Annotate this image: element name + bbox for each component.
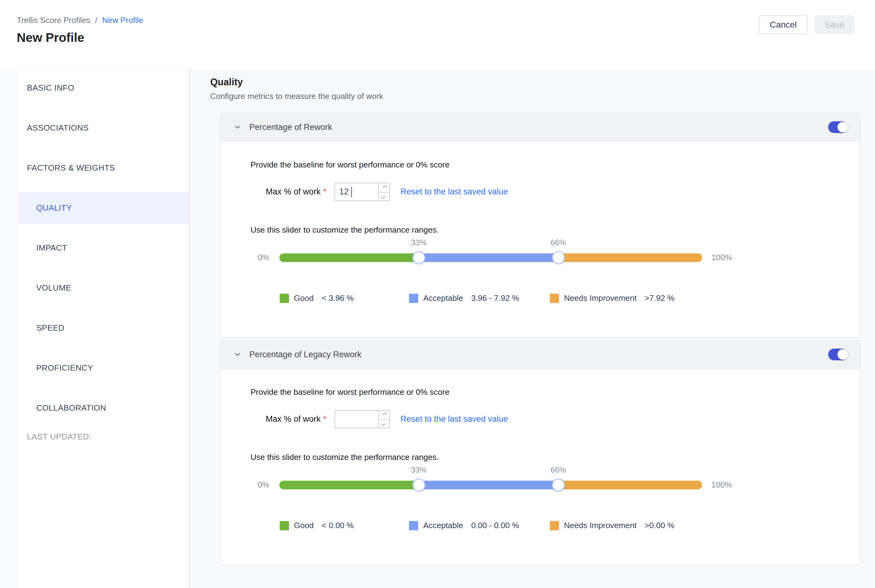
sidebar: BASIC INFO ASSOCIATIONS FACTORS & WEIGHT… bbox=[19, 70, 190, 588]
slider-track[interactable] bbox=[279, 254, 702, 262]
metric-card-title: Percentage of Legacy Rework bbox=[249, 350, 361, 359]
performance-slider[interactable]: 33% 66% bbox=[279, 481, 702, 489]
slider-handle-1-label: 33% bbox=[411, 238, 427, 247]
breadcrumb-separator: / bbox=[95, 15, 97, 25]
required-asterisk: * bbox=[323, 414, 327, 424]
legend-item-needs-improvement: Needs Improvement >0.00 % bbox=[550, 521, 674, 530]
baseline-heading: Provide the baseline for worst performan… bbox=[250, 160, 830, 170]
left-gutter bbox=[0, 70, 19, 588]
stepper-down-button[interactable] bbox=[379, 419, 390, 428]
performance-slider-row: 0% 33% 66% bbox=[258, 253, 732, 262]
legend-swatch-acceptable bbox=[409, 521, 418, 530]
sidebar-item-proficiency[interactable]: PROFICIENCY bbox=[19, 352, 189, 384]
chevron-down-icon bbox=[381, 421, 386, 426]
legend-name: Good bbox=[294, 293, 314, 303]
sidebar-nav: BASIC INFO ASSOCIATIONS FACTORS & WEIGHT… bbox=[19, 72, 189, 424]
metric-enabled-toggle[interactable] bbox=[828, 121, 848, 133]
max-percent-input-group bbox=[334, 410, 390, 428]
performance-legend: Good < 0.00 % Acceptable 0.00 - 0.00 % N… bbox=[280, 521, 830, 530]
page-title: New Profile bbox=[17, 31, 854, 45]
sidebar-item-volume[interactable]: VOLUME bbox=[19, 272, 189, 304]
legend-swatch-acceptable bbox=[409, 294, 418, 303]
max-percent-input[interactable] bbox=[335, 183, 378, 200]
metric-card-header[interactable]: Percentage of Rework bbox=[221, 113, 860, 141]
breadcrumb-root-link[interactable]: Trellis Score Profiles bbox=[17, 15, 90, 25]
toggle-knob bbox=[838, 349, 848, 360]
legend-name: Acceptable bbox=[423, 521, 463, 530]
sidebar-item-collaboration[interactable]: COLLABORATION bbox=[19, 392, 189, 424]
slider-handle-2[interactable]: 66% bbox=[552, 478, 565, 492]
chevron-up-icon bbox=[383, 185, 388, 190]
slider-heading: Use this slider to customize the perform… bbox=[250, 453, 830, 462]
metric-enabled-toggle[interactable] bbox=[828, 349, 848, 360]
legend-value: >0.00 % bbox=[644, 521, 674, 530]
max-percent-label: Max % of work* bbox=[266, 187, 327, 196]
slider-segment-acceptable bbox=[419, 254, 559, 262]
max-percent-label-text: Max % of work bbox=[266, 414, 321, 424]
cancel-button[interactable]: Cancel bbox=[759, 15, 808, 34]
max-percent-input[interactable] bbox=[335, 411, 378, 428]
sidebar-item-speed[interactable]: SPEED bbox=[19, 312, 189, 344]
sidebar-item-associations[interactable]: ASSOCIATIONS bbox=[19, 112, 189, 144]
slider-max-label: 100% bbox=[712, 480, 733, 490]
chevron-down-icon[interactable] bbox=[233, 123, 242, 132]
reset-link[interactable]: Reset to the last saved value bbox=[401, 414, 508, 424]
text-caret bbox=[351, 187, 352, 197]
max-percent-label: Max % of work* bbox=[266, 414, 327, 424]
slider-heading: Use this slider to customize the perform… bbox=[250, 225, 830, 235]
number-stepper bbox=[378, 411, 390, 428]
performance-legend: Good < 3.96 % Acceptable 3.96 - 7.92 % N… bbox=[280, 293, 830, 303]
slider-handle-1[interactable]: 33% bbox=[412, 478, 426, 492]
sidebar-item-quality[interactable]: QUALITY bbox=[19, 192, 189, 224]
toggle-knob bbox=[838, 122, 848, 132]
breadcrumb-current-link[interactable]: New Profile bbox=[102, 15, 143, 25]
chevron-down-icon[interactable] bbox=[233, 350, 242, 359]
legend-item-acceptable: Acceptable 0.00 - 0.00 % bbox=[409, 521, 550, 530]
number-stepper bbox=[378, 183, 390, 200]
legend-value: 3.96 - 7.92 % bbox=[471, 293, 519, 303]
legend-value: >7.92 % bbox=[644, 293, 674, 303]
app-root: Trellis Score Profiles / New Profile New… bbox=[0, 0, 875, 588]
save-button[interactable]: Save bbox=[815, 15, 854, 34]
slider-track[interactable] bbox=[279, 481, 702, 489]
breadcrumb: Trellis Score Profiles / New Profile bbox=[17, 15, 854, 25]
required-asterisk: * bbox=[323, 187, 327, 196]
stepper-up-button[interactable] bbox=[379, 183, 390, 192]
quality-page-title: Quality bbox=[210, 76, 860, 88]
stepper-down-button[interactable] bbox=[379, 192, 390, 201]
slider-handle-2-label: 66% bbox=[551, 238, 566, 247]
slider-segment-needs-improvement bbox=[559, 481, 702, 489]
performance-slider[interactable]: 33% 66% bbox=[279, 254, 702, 262]
main-panel: Quality Configure metrics to measure the… bbox=[190, 70, 875, 588]
legend-name: Good bbox=[294, 521, 314, 530]
baseline-heading: Provide the baseline for worst performan… bbox=[250, 387, 830, 397]
legend-name: Needs Improvement bbox=[564, 521, 637, 530]
max-percent-label-text: Max % of work bbox=[266, 187, 321, 196]
quality-page-subtitle: Configure metrics to measure the quality… bbox=[210, 92, 860, 101]
slider-segment-good bbox=[279, 254, 419, 262]
slider-max-label: 100% bbox=[712, 253, 733, 262]
reset-link[interactable]: Reset to the last saved value bbox=[401, 187, 508, 196]
legend-item-needs-improvement: Needs Improvement >7.92 % bbox=[550, 293, 674, 303]
sidebar-item-basic-info[interactable]: BASIC INFO bbox=[19, 72, 189, 104]
sidebar-item-factors-weights[interactable]: FACTORS & WEIGHTS bbox=[19, 152, 189, 184]
sidebar-item-impact[interactable]: IMPACT bbox=[19, 232, 189, 264]
stepper-up-button[interactable] bbox=[379, 411, 390, 419]
max-percent-input-group bbox=[334, 183, 390, 201]
legend-swatch-good bbox=[280, 294, 289, 303]
metric-card-body: Provide the baseline for worst performan… bbox=[221, 141, 860, 337]
legend-item-good: Good < 0.00 % bbox=[280, 521, 409, 530]
metric-card-header[interactable]: Percentage of Legacy Rework bbox=[221, 340, 860, 369]
legend-swatch-needs-improvement bbox=[550, 521, 559, 530]
legend-swatch-good bbox=[280, 521, 289, 530]
slider-min-label: 0% bbox=[258, 253, 270, 262]
slider-handle-2[interactable]: 66% bbox=[552, 251, 565, 264]
legend-value: < 3.96 % bbox=[322, 293, 354, 303]
slider-min-label: 0% bbox=[258, 480, 270, 490]
legend-name: Acceptable bbox=[423, 293, 463, 303]
page-header: Trellis Score Profiles / New Profile New… bbox=[0, 0, 875, 70]
slider-handle-1[interactable]: 33% bbox=[412, 251, 426, 264]
slider-handle-2-label: 66% bbox=[551, 465, 566, 474]
header-actions: Cancel Save bbox=[759, 15, 854, 34]
metric-card-title: Percentage of Rework bbox=[249, 123, 332, 132]
